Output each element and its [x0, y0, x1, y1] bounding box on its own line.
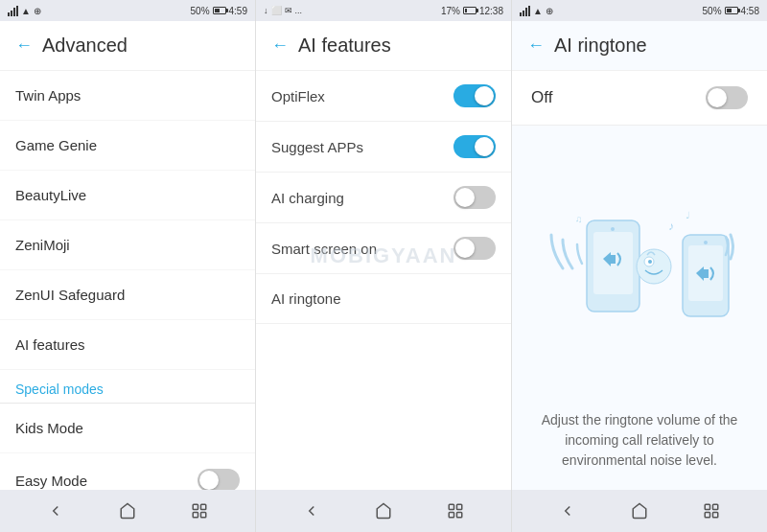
panels-container: ← Advanced Twin Apps Game Genie BeautyLi…: [0, 21, 767, 490]
nav-recents-3[interactable]: [698, 497, 725, 524]
toggle-knob-suggest-apps: [475, 137, 494, 156]
menu-item-game-genie[interactable]: Game Genie: [0, 121, 255, 171]
signal-icon-1: [8, 6, 18, 16]
panel-advanced-header: ← Advanced: [0, 21, 255, 71]
back-arrow-ai-features[interactable]: ←: [271, 35, 289, 56]
svg-text:♪: ♪: [668, 220, 674, 233]
panel-ai-features-title: AI features: [298, 35, 391, 57]
nav-back-3[interactable]: [554, 497, 581, 524]
status-left-3: ▲ ⊕: [520, 6, 553, 16]
battery-icon-3: [725, 7, 738, 14]
svg-rect-21: [457, 504, 462, 509]
ai-menu-ai-charging[interactable]: AI charging: [256, 173, 511, 223]
status-right-1: 50% 4:59: [191, 6, 247, 16]
svg-rect-20: [450, 504, 454, 509]
toggle-optiflex[interactable]: [453, 84, 496, 107]
panel-advanced-title: Advanced: [42, 35, 128, 57]
panel-ai-ringtone-title: AI ringtone: [554, 35, 647, 57]
location-icon-1: ⊕: [34, 6, 41, 16]
svg-rect-18: [194, 513, 198, 518]
ai-label-suggest-apps: Suggest APPs: [271, 139, 363, 155]
toggle-knob-easy-mode: [199, 471, 219, 490]
svg-rect-19: [201, 513, 206, 518]
percent-3: 50%: [703, 6, 722, 16]
ai-menu-smart-screen[interactable]: Smart screen on: [256, 223, 511, 274]
nav-back-2[interactable]: [298, 497, 325, 524]
ai-label-smart-screen: Smart screen on: [271, 241, 377, 257]
toggle-knob-ai-charging: [455, 188, 475, 207]
battery-icon-2: [463, 7, 476, 14]
menu-label-zenui-safeguard: ZenUI Safeguard: [15, 287, 125, 303]
menu-item-zenui-safeguard[interactable]: ZenUI Safeguard: [0, 270, 255, 320]
ringtone-off-label: Off: [531, 88, 552, 107]
nav-home-1[interactable]: [114, 497, 141, 524]
nav-panel-1: [0, 490, 256, 532]
panel-advanced: ← Advanced Twin Apps Game Genie BeautyLi…: [0, 21, 256, 490]
ai-label-ai-charging: AI charging: [271, 190, 344, 206]
status-panel-1: ▲ ⊕ 50% 4:59: [0, 0, 256, 21]
nav-bar: [0, 490, 767, 532]
panel-advanced-content: Twin Apps Game Genie BeautyLive ZeniMoji…: [0, 71, 255, 490]
menu-item-zenimoji[interactable]: ZeniMoji: [0, 220, 255, 270]
status-left-1: ▲ ⊕: [8, 6, 41, 16]
toggle-suggest-apps[interactable]: [453, 135, 496, 158]
battery-icon-1: [213, 7, 226, 14]
time-3: 4:58: [741, 6, 759, 16]
toggle-smart-screen[interactable]: [453, 237, 496, 260]
wifi-icon-1: ▲: [21, 6, 31, 16]
ringtone-description-text: Adjust the ringtone volume of the incomi…: [542, 412, 738, 468]
menu-item-easy-mode[interactable]: Easy Mode: [0, 453, 255, 490]
ringtone-illustration: ♪ ♩ ♫: [512, 126, 767, 401]
svg-text:♫: ♫: [575, 214, 583, 224]
toggle-ai-charging[interactable]: [453, 186, 496, 209]
menu-item-ai-features[interactable]: AI features: [0, 320, 255, 370]
panel-ai-ringtone-header: ← AI ringtone: [512, 21, 767, 71]
download-icon-2: ↓: [264, 6, 268, 15]
nav-panel-2: [256, 490, 512, 532]
status-bar: ▲ ⊕ 50% 4:59 ↓ ⬜ ✉ ... 17% 12:38: [0, 0, 767, 21]
svg-rect-25: [713, 504, 718, 509]
back-arrow-advanced[interactable]: ←: [15, 35, 33, 56]
svg-point-2: [611, 227, 615, 231]
svg-rect-22: [450, 513, 454, 518]
nav-back-1[interactable]: [42, 497, 69, 524]
toggle-easy-mode[interactable]: [198, 469, 240, 490]
menu-label-beautylive: BeautyLive: [15, 187, 86, 203]
mail-icon-2: ✉: [285, 6, 292, 15]
svg-rect-26: [706, 513, 710, 518]
nav-panel-3: [512, 490, 767, 532]
battery-percent-2: 17%: [441, 6, 460, 16]
toggle-knob-ringtone-off: [708, 88, 727, 107]
svg-rect-4: [611, 255, 616, 264]
ai-menu-optiflex[interactable]: OptiFlex: [256, 71, 511, 122]
location-icon-3: ⊕: [546, 6, 553, 16]
panel-ai-ringtone: ← AI ringtone Off: [512, 21, 767, 490]
ai-menu-ai-ringtone[interactable]: AI ringtone: [256, 274, 511, 324]
panel-ai-features-header: ← AI features: [256, 21, 511, 71]
status-panel-3: ▲ ⊕ 50% 4:58: [512, 0, 767, 21]
toggle-knob-optiflex: [475, 86, 494, 105]
time-1: 4:59: [229, 6, 247, 16]
wifi-icon-3: ▲: [533, 6, 543, 16]
menu-item-twin-apps[interactable]: Twin Apps: [0, 71, 255, 121]
ringtone-off-row: Off: [512, 71, 767, 126]
nav-recents-1[interactable]: [186, 497, 213, 524]
signal-icon-3: [520, 6, 530, 16]
ai-menu-suggest-apps[interactable]: Suggest APPs: [256, 122, 511, 173]
menu-item-kids-mode[interactable]: Kids Mode: [0, 404, 255, 453]
back-arrow-ai-ringtone[interactable]: ←: [527, 35, 545, 56]
percent-1: 50%: [191, 6, 210, 16]
nav-home-3[interactable]: [626, 497, 653, 524]
panels-wrapper: MOBIGYAAN ← Advanced Twin Apps Game Geni…: [0, 21, 767, 490]
nav-recents-2[interactable]: [442, 497, 469, 524]
svg-rect-12: [704, 269, 709, 278]
ellipsis-2: ...: [295, 6, 303, 15]
nav-home-2[interactable]: [370, 497, 397, 524]
toggle-knob-smart-screen: [455, 239, 475, 258]
panel-ai-features: ← AI features OptiFlex Suggest APPs: [256, 21, 512, 490]
svg-text:♩: ♩: [686, 210, 690, 220]
menu-label-twin-apps: Twin Apps: [15, 87, 81, 104]
menu-item-beautylive[interactable]: BeautyLive: [0, 171, 255, 220]
toggle-ringtone-off[interactable]: [706, 86, 748, 109]
svg-rect-24: [706, 504, 710, 509]
